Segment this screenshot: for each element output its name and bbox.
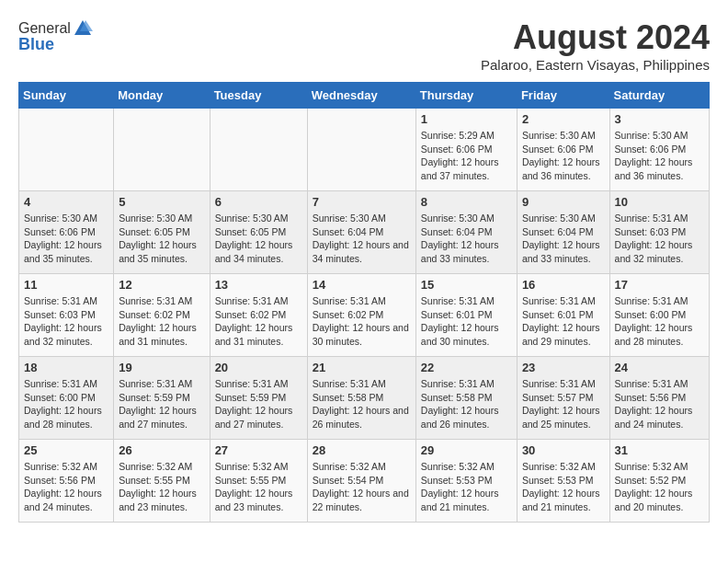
day-number: 29 [421, 443, 512, 457]
day-number: 26 [119, 443, 204, 457]
calendar-day-cell: 11 Sunrise: 5:31 AMSunset: 6:03 PMDaylig… [19, 274, 114, 357]
calendar-day-cell: 6 Sunrise: 5:30 AMSunset: 6:05 PMDayligh… [210, 191, 307, 274]
calendar-day-cell [307, 109, 415, 191]
calendar-day-cell: 5 Sunrise: 5:30 AMSunset: 6:05 PMDayligh… [114, 191, 210, 274]
calendar-table: SundayMondayTuesdayWednesdayThursdayFrid… [18, 82, 710, 523]
calendar-day-cell [210, 109, 307, 191]
day-of-week-header: Sunday [19, 83, 114, 109]
day-info: Sunrise: 5:31 AMSunset: 5:59 PMDaylight:… [215, 377, 302, 431]
day-info: Sunrise: 5:31 AMSunset: 6:00 PMDaylight:… [24, 377, 108, 431]
day-info: Sunrise: 5:31 AMSunset: 6:01 PMDaylight:… [522, 294, 605, 349]
calendar-day-cell: 23 Sunrise: 5:31 AMSunset: 5:57 PMDaylig… [517, 357, 609, 440]
title-area: August 2024 Palaroo, Eastern Visayas, Ph… [481, 18, 710, 73]
day-number: 14 [313, 278, 411, 292]
day-number: 2 [522, 112, 605, 126]
calendar-day-cell: 24 Sunrise: 5:31 AMSunset: 5:56 PMDaylig… [609, 357, 709, 440]
day-number: 19 [119, 361, 204, 374]
header: General Blue August 2024 Palaroo, Easter… [18, 18, 710, 73]
day-number: 20 [215, 361, 302, 374]
day-info: Sunrise: 5:30 AMSunset: 6:04 PMDaylight:… [421, 212, 512, 266]
day-number: 7 [313, 195, 411, 209]
month-year-title: August 2024 [481, 18, 710, 57]
day-info: Sunrise: 5:32 AMSunset: 5:55 PMDaylight:… [119, 460, 204, 514]
location-subtitle: Palaroo, Eastern Visayas, Philippines [481, 57, 710, 73]
calendar-header-row: SundayMondayTuesdayWednesdayThursdayFrid… [19, 83, 710, 109]
day-info: Sunrise: 5:30 AMSunset: 6:04 PMDaylight:… [313, 212, 411, 266]
day-number: 3 [615, 112, 704, 126]
day-of-week-header: Thursday [415, 83, 517, 109]
calendar-day-cell: 13 Sunrise: 5:31 AMSunset: 6:02 PMDaylig… [210, 274, 307, 357]
day-number: 24 [615, 361, 704, 374]
calendar-day-cell: 21 Sunrise: 5:31 AMSunset: 5:58 PMDaylig… [307, 357, 415, 440]
calendar-week-row: 4 Sunrise: 5:30 AMSunset: 6:06 PMDayligh… [19, 191, 710, 274]
day-info: Sunrise: 5:31 AMSunset: 6:02 PMDaylight:… [313, 294, 411, 349]
calendar-day-cell: 16 Sunrise: 5:31 AMSunset: 6:01 PMDaylig… [517, 274, 609, 357]
day-info: Sunrise: 5:31 AMSunset: 6:02 PMDaylight:… [119, 294, 204, 349]
day-info: Sunrise: 5:30 AMSunset: 6:06 PMDaylight:… [522, 129, 605, 183]
day-info: Sunrise: 5:31 AMSunset: 5:59 PMDaylight:… [119, 377, 204, 431]
day-number: 16 [522, 278, 605, 292]
calendar-day-cell: 8 Sunrise: 5:30 AMSunset: 6:04 PMDayligh… [415, 191, 517, 274]
day-info: Sunrise: 5:32 AMSunset: 5:52 PMDaylight:… [615, 460, 704, 514]
day-info: Sunrise: 5:31 AMSunset: 6:02 PMDaylight:… [215, 294, 302, 349]
day-number: 31 [615, 443, 704, 457]
day-info: Sunrise: 5:30 AMSunset: 6:05 PMDaylight:… [215, 212, 302, 266]
calendar-day-cell: 20 Sunrise: 5:31 AMSunset: 5:59 PMDaylig… [210, 357, 307, 440]
day-info: Sunrise: 5:32 AMSunset: 5:53 PMDaylight:… [421, 460, 512, 514]
day-number: 21 [313, 361, 411, 374]
calendar-day-cell: 12 Sunrise: 5:31 AMSunset: 6:02 PMDaylig… [114, 274, 210, 357]
day-info: Sunrise: 5:30 AMSunset: 6:04 PMDaylight:… [522, 212, 605, 266]
day-number: 17 [615, 278, 704, 292]
day-info: Sunrise: 5:30 AMSunset: 6:06 PMDaylight:… [615, 129, 704, 183]
day-number: 9 [522, 195, 605, 209]
day-number: 13 [215, 278, 302, 292]
calendar-day-cell: 7 Sunrise: 5:30 AMSunset: 6:04 PMDayligh… [307, 191, 415, 274]
day-number: 27 [215, 443, 302, 457]
day-of-week-header: Wednesday [307, 83, 415, 109]
calendar-day-cell: 17 Sunrise: 5:31 AMSunset: 6:00 PMDaylig… [609, 274, 709, 357]
calendar-day-cell: 28 Sunrise: 5:32 AMSunset: 5:54 PMDaylig… [307, 440, 415, 523]
calendar-day-cell [114, 109, 210, 191]
calendar-week-row: 1 Sunrise: 5:29 AMSunset: 6:06 PMDayligh… [19, 109, 710, 191]
day-info: Sunrise: 5:31 AMSunset: 5:58 PMDaylight:… [313, 377, 411, 431]
logo-blue-text: Blue [18, 35, 54, 54]
day-number: 28 [313, 443, 411, 457]
day-info: Sunrise: 5:31 AMSunset: 5:57 PMDaylight:… [522, 377, 605, 431]
calendar-day-cell: 15 Sunrise: 5:31 AMSunset: 6:01 PMDaylig… [415, 274, 517, 357]
day-number: 11 [24, 278, 108, 292]
day-number: 8 [421, 195, 512, 209]
day-number: 4 [24, 195, 108, 209]
calendar-week-row: 25 Sunrise: 5:32 AMSunset: 5:56 PMDaylig… [19, 440, 710, 523]
calendar-week-row: 18 Sunrise: 5:31 AMSunset: 6:00 PMDaylig… [19, 357, 710, 440]
day-info: Sunrise: 5:30 AMSunset: 6:05 PMDaylight:… [119, 212, 204, 266]
day-info: Sunrise: 5:32 AMSunset: 5:54 PMDaylight:… [313, 460, 411, 514]
calendar-day-cell: 22 Sunrise: 5:31 AMSunset: 5:58 PMDaylig… [415, 357, 517, 440]
day-info: Sunrise: 5:31 AMSunset: 6:00 PMDaylight:… [615, 294, 704, 349]
calendar-day-cell: 25 Sunrise: 5:32 AMSunset: 5:56 PMDaylig… [19, 440, 114, 523]
day-info: Sunrise: 5:31 AMSunset: 5:58 PMDaylight:… [421, 377, 512, 431]
calendar-day-cell: 4 Sunrise: 5:30 AMSunset: 6:06 PMDayligh… [19, 191, 114, 274]
day-info: Sunrise: 5:31 AMSunset: 6:03 PMDaylight:… [24, 294, 108, 349]
day-info: Sunrise: 5:30 AMSunset: 6:06 PMDaylight:… [24, 212, 108, 266]
day-info: Sunrise: 5:29 AMSunset: 6:06 PMDaylight:… [421, 129, 512, 183]
calendar-day-cell: 18 Sunrise: 5:31 AMSunset: 6:00 PMDaylig… [19, 357, 114, 440]
day-of-week-header: Monday [114, 83, 210, 109]
day-info: Sunrise: 5:31 AMSunset: 6:03 PMDaylight:… [615, 212, 704, 266]
calendar-day-cell: 3 Sunrise: 5:30 AMSunset: 6:06 PMDayligh… [609, 109, 709, 191]
day-info: Sunrise: 5:31 AMSunset: 5:56 PMDaylight:… [615, 377, 704, 431]
calendar-day-cell: 30 Sunrise: 5:32 AMSunset: 5:53 PMDaylig… [517, 440, 609, 523]
day-of-week-header: Friday [517, 83, 609, 109]
logo-icon [73, 18, 93, 39]
day-of-week-header: Tuesday [210, 83, 307, 109]
calendar-week-row: 11 Sunrise: 5:31 AMSunset: 6:03 PMDaylig… [19, 274, 710, 357]
day-number: 22 [421, 361, 512, 374]
day-number: 15 [421, 278, 512, 292]
calendar-day-cell: 1 Sunrise: 5:29 AMSunset: 6:06 PMDayligh… [415, 109, 517, 191]
calendar-day-cell: 29 Sunrise: 5:32 AMSunset: 5:53 PMDaylig… [415, 440, 517, 523]
calendar-day-cell: 10 Sunrise: 5:31 AMSunset: 6:03 PMDaylig… [609, 191, 709, 274]
day-info: Sunrise: 5:32 AMSunset: 5:56 PMDaylight:… [24, 460, 108, 514]
day-number: 6 [215, 195, 302, 209]
day-number: 18 [24, 361, 108, 374]
calendar-day-cell: 2 Sunrise: 5:30 AMSunset: 6:06 PMDayligh… [517, 109, 609, 191]
day-info: Sunrise: 5:32 AMSunset: 5:53 PMDaylight:… [522, 460, 605, 514]
